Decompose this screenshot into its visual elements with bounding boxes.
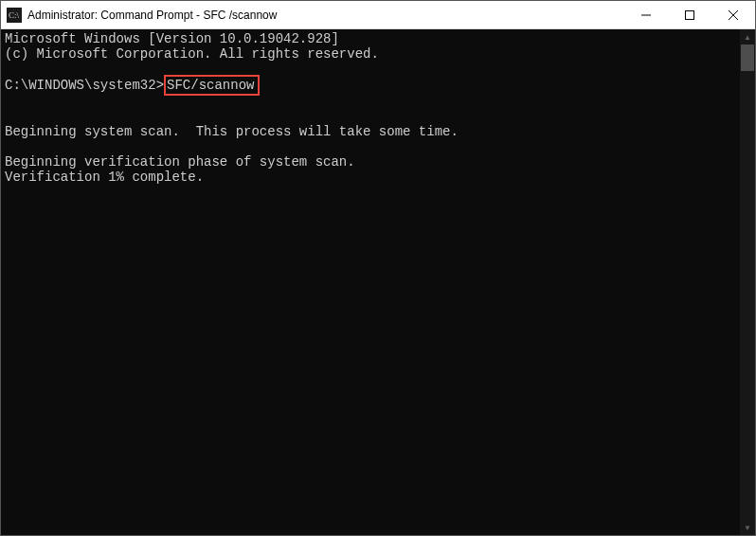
command-highlight: SFC/scannow xyxy=(164,75,260,96)
console-line: (c) Microsoft Corporation. All rights re… xyxy=(5,46,379,62)
console-output[interactable]: Microsoft Windows [Version 10.0.19042.92… xyxy=(1,29,740,535)
close-button[interactable] xyxy=(711,1,755,28)
console-line: Beginning verification phase of system s… xyxy=(5,154,355,170)
console-line: Beginning system scan. This process will… xyxy=(5,124,459,139)
prompt-line: C:\WINDOWS\system32>SFC/scannow xyxy=(5,77,736,94)
maximize-button[interactable] xyxy=(668,1,711,28)
scroll-thumb[interactable] xyxy=(741,45,754,71)
console-line: Microsoft Windows [Version 10.0.19042.92… xyxy=(5,31,339,46)
vertical-scrollbar[interactable]: ▲ ▼ xyxy=(740,29,755,535)
window-title: Administrator: Command Prompt - SFC /sca… xyxy=(27,9,624,22)
window-controls xyxy=(624,1,755,28)
minimize-button[interactable] xyxy=(624,1,668,28)
prompt-path: C:\WINDOWS\system32> xyxy=(5,78,164,93)
console-line: Verification 1% complete. xyxy=(5,170,204,185)
titlebar[interactable]: C:\ Administrator: Command Prompt - SFC … xyxy=(1,1,755,29)
typed-command: SFC/scannow xyxy=(167,78,254,93)
command-prompt-window: C:\ Administrator: Command Prompt - SFC … xyxy=(0,0,756,536)
svg-rect-3 xyxy=(686,10,694,19)
cmd-icon: C:\ xyxy=(7,8,22,23)
svg-text:C:\: C:\ xyxy=(9,10,20,20)
scroll-up-arrow-icon[interactable]: ▲ xyxy=(740,29,755,45)
scroll-down-arrow-icon[interactable]: ▼ xyxy=(740,520,755,535)
console-area: Microsoft Windows [Version 10.0.19042.92… xyxy=(1,29,755,535)
